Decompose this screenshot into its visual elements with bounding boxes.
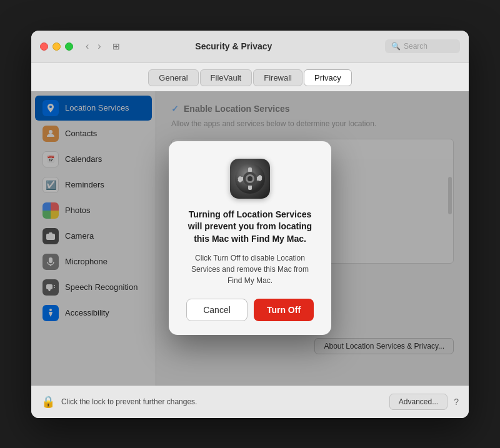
tab-firewall[interactable]: Firewall (253, 69, 302, 86)
svg-point-20 (248, 176, 252, 181)
tab-privacy[interactable]: Privacy (304, 69, 352, 86)
main-content: Location Services Contacts 📅 Calendars (31, 91, 469, 386)
search-icon: 🔍 (391, 42, 401, 51)
tab-general[interactable]: General (148, 69, 198, 86)
modal-body: Click Turn Off to disable Location Servi… (186, 252, 314, 286)
close-button[interactable] (40, 42, 48, 51)
tab-filevault[interactable]: FileVault (200, 69, 252, 86)
cancel-button[interactable]: Cancel (186, 299, 248, 321)
bottom-bar: 🔒 Click the lock to prevent further chan… (31, 386, 469, 418)
modal-buttons: Cancel Turn Off (186, 299, 314, 321)
svg-rect-10 (248, 167, 252, 172)
minimize-button[interactable] (52, 42, 61, 51)
modal-dialog: Turning off Location Services will preve… (169, 141, 331, 336)
help-icon[interactable]: ? (454, 397, 459, 407)
tabs-bar: General FileVault Firewall Privacy (31, 63, 469, 91)
window-title: Security & Privacy (89, 41, 379, 51)
titlebar: ‹ › ⊞ Security & Privacy 🔍 Search (31, 31, 469, 63)
traffic-lights (40, 42, 73, 51)
search-bar[interactable]: 🔍 Search (385, 39, 460, 53)
advanced-button[interactable]: Advanced... (389, 394, 448, 410)
turn-off-button[interactable]: Turn Off (254, 299, 314, 321)
svg-rect-11 (248, 185, 252, 190)
maximize-button[interactable] (65, 42, 73, 51)
lock-icon[interactable]: 🔒 (41, 395, 55, 409)
modal-overlay: Turning off Location Services will preve… (31, 91, 469, 386)
modal-title: Turning off Location Services will preve… (186, 209, 314, 246)
search-placeholder: Search (404, 42, 428, 51)
modal-app-icon (230, 159, 270, 199)
lock-text: Click the lock to prevent further change… (61, 397, 383, 406)
app-window: ‹ › ⊞ Security & Privacy 🔍 Search Genera… (31, 31, 469, 418)
